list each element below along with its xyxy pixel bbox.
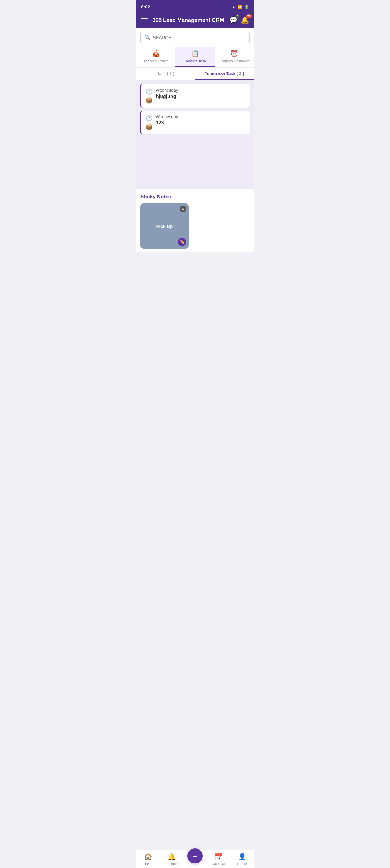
tab-today-task[interactable]: 📋 Today's Task — [175, 47, 215, 67]
nav-fab-item[interactable]: + — [183, 850, 207, 868]
sub-tab-task[interactable]: Task ( 1 ) — [136, 67, 195, 80]
tab-leads-label: Today's Leads — [144, 59, 169, 63]
home-icon: 🏠 — [144, 853, 152, 861]
nav-calendar[interactable]: 📅 Calendar — [207, 850, 230, 868]
box-icon-2: 📦 — [145, 123, 153, 130]
fab-plus-icon: + — [192, 851, 197, 861]
nav-profile[interactable]: 👤 Profile — [230, 850, 254, 868]
status-icons: ▲ 📶 🔋 — [232, 4, 249, 9]
notification-icon-wrap[interactable]: 🔔 75 — [241, 16, 249, 24]
sub-tab-tomorrow-label: Tomorrow Task ( 2 ) — [205, 71, 244, 76]
sticky-note-edit-button[interactable]: ✏️ — [178, 238, 186, 246]
task-name-2: 123 — [156, 120, 246, 126]
app-header: 365 Lead Management CRM 💬 0 🔔 75 — [136, 13, 254, 28]
bottom-nav: 🏠 Home 🔔 Reminder + 📅 Calendar 👤 Profile — [136, 849, 254, 868]
task-content-area: 🕐 📦 Wednesday hjugjuhg 🕐 📦 Wednesday 123 — [136, 81, 254, 189]
notification-badge: 75 — [246, 14, 252, 18]
status-bar: 6:02 ▲ 📶 🔋 — [136, 0, 254, 13]
nav-fab-button[interactable]: + — [187, 848, 203, 864]
box-icon-1: 📦 — [145, 97, 153, 104]
battery-icon: 🔋 — [244, 4, 249, 9]
clock-icon-1: 🕐 — [146, 88, 152, 95]
sub-tab-tomorrow[interactable]: Tomorrow Task ( 2 ) — [195, 67, 254, 80]
task-name-1: hjugjuhg — [156, 94, 246, 99]
wifi-icon: ▲ — [232, 4, 236, 9]
nav-home-label: Home — [144, 862, 152, 866]
nav-reminder-label: Reminder — [164, 862, 179, 866]
nav-profile-label: Profile — [237, 862, 246, 866]
task-day-2: Wednesday — [156, 114, 246, 119]
tab-reminder-label: Today's Remider — [220, 59, 249, 63]
leads-icon: 🎪 — [152, 50, 160, 58]
status-time: 6:02 — [141, 4, 150, 9]
search-section: 🔍 — [136, 28, 254, 47]
task-card-1[interactable]: 🕐 📦 Wednesday hjugjuhg — [140, 84, 250, 107]
clock-icon-2: 🕐 — [146, 115, 152, 121]
task-card-1-icons: 🕐 📦 — [145, 88, 153, 104]
signal-icon: 📶 — [238, 4, 242, 9]
tab-today-leads[interactable]: 🎪 Today's Leads — [136, 47, 175, 67]
tab-task-label: Today's Task — [184, 59, 206, 63]
search-input[interactable] — [153, 35, 246, 40]
chat-icon-wrap[interactable]: 💬 0 — [229, 16, 237, 24]
sub-tabs: Task ( 1 ) Tomorrow Task ( 2 ) — [136, 67, 254, 81]
task-day-1: Wednesday — [156, 88, 246, 93]
hamburger-menu[interactable] — [141, 18, 148, 22]
nav-calendar-label: Calendar — [212, 862, 226, 866]
tab-today-reminder[interactable]: ⏰ Today's Remider — [215, 47, 254, 67]
app-title: 365 Lead Management CRM — [152, 17, 224, 24]
sticky-notes-title: Sticky Notes — [141, 194, 249, 200]
sub-tab-task-label: Task ( 1 ) — [157, 71, 175, 76]
task-card-2-icons: 🕐 📦 — [145, 114, 153, 130]
reminder-nav-icon: 🔔 — [168, 853, 176, 861]
task-card-2[interactable]: 🕐 📦 Wednesday 123 — [140, 111, 250, 134]
main-tabs: 🎪 Today's Leads 📋 Today's Task ⏰ Today's… — [136, 47, 254, 67]
nav-home[interactable]: 🏠 Home — [136, 850, 160, 868]
task-info-1: Wednesday hjugjuhg — [156, 88, 246, 99]
search-icon: 🔍 — [144, 35, 150, 40]
nav-reminder[interactable]: 🔔 Reminder — [160, 850, 183, 868]
sticky-notes-section: Sticky Notes ✕ Pick Up ✏️ — [136, 189, 254, 252]
chat-badge: 0 — [236, 14, 240, 18]
sticky-note-text: Pick Up — [156, 224, 173, 229]
search-box[interactable]: 🔍 — [141, 32, 249, 43]
header-action-icons: 💬 0 🔔 75 — [229, 16, 249, 24]
calendar-nav-icon: 📅 — [215, 853, 223, 861]
task-icon: 📋 — [191, 50, 199, 58]
task-info-2: Wednesday 123 — [156, 114, 246, 126]
content-scroll: 🎪 Today's Leads 📋 Today's Task ⏰ Today's… — [136, 47, 254, 276]
profile-nav-icon: 👤 — [238, 853, 246, 861]
sticky-note-1: ✕ Pick Up ✏️ — [141, 204, 189, 249]
reminder-icon: ⏰ — [230, 50, 238, 58]
sticky-note-close-button[interactable]: ✕ — [180, 206, 186, 213]
